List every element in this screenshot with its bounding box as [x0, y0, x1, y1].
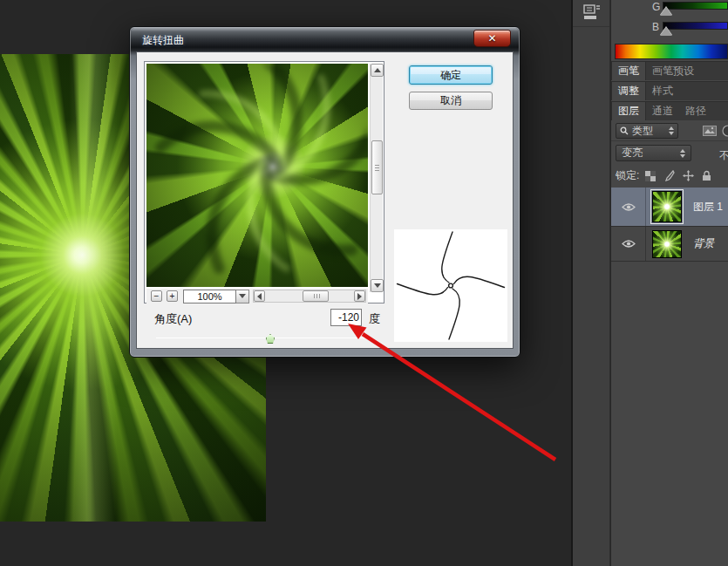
dialog-client-area: − + 100% 确定 取消 — [136, 51, 514, 349]
triangle-down-icon — [374, 283, 381, 288]
close-icon: ✕ — [487, 32, 496, 44]
color-slider-row-b: B — [611, 20, 728, 39]
blend-mode-value: 变亮 — [622, 146, 643, 160]
triangle-left-icon — [257, 293, 262, 300]
layer-filter-row: 类型 — [611, 121, 728, 140]
scroll-up-button[interactable] — [371, 64, 384, 77]
lock-transparency-icon[interactable] — [645, 171, 656, 181]
zoom-level-value: 100% — [183, 290, 236, 303]
angle-slider-thumb[interactable] — [266, 334, 275, 344]
zoom-level-combo[interactable]: 100% — [183, 290, 249, 303]
tab-row-adjustments: 调整 样式 — [611, 81, 728, 100]
vertical-scroll-thumb[interactable] — [371, 140, 383, 194]
angle-unit-label: 度 — [369, 311, 380, 327]
tab-styles[interactable]: 样式 — [646, 82, 679, 100]
twirl-filter-dialog: 旋转扭曲 ✕ — [129, 26, 520, 358]
filter-preview-frame: − + 100% — [144, 61, 384, 303]
layer-thumbnail[interactable] — [652, 230, 682, 258]
b-channel-slider[interactable] — [663, 22, 728, 30]
dialog-titlebar[interactable]: 旋转扭曲 ✕ — [131, 28, 519, 51]
g-slider-thumb[interactable] — [660, 7, 672, 16]
tab-paths[interactable]: 路径 — [679, 102, 712, 120]
angle-label: 角度(A) — [154, 311, 192, 327]
layer-name[interactable]: 图层 1 — [693, 200, 723, 215]
photoshop-workspace: G B 画笔 画笔预设 调整 样式 图层 通道 路径 — [0, 0, 728, 566]
collapsed-panel-button[interactable] — [573, 0, 609, 27]
color-spectrum-ramp[interactable] — [615, 44, 728, 59]
layer-filter-type-label: 类型 — [632, 124, 653, 139]
tab-brush-presets[interactable]: 画笔预设 — [646, 62, 700, 80]
zoom-dropdown-button[interactable] — [236, 290, 249, 303]
b-slider-thumb[interactable] — [660, 27, 672, 36]
lock-label: 锁定: — [616, 168, 639, 183]
twirl-wireframe-curves — [394, 229, 507, 342]
zoom-in-button[interactable]: + — [167, 290, 178, 302]
opacity-label-clipped: 不 — [719, 148, 728, 163]
angle-slider[interactable] — [156, 333, 372, 344]
collapsed-panel-dock — [571, 0, 610, 566]
tab-adjustments[interactable]: 调整 — [611, 82, 646, 100]
tab-layers[interactable]: 图层 — [611, 102, 646, 120]
tab-row-brush: 画笔 画笔预设 — [611, 61, 728, 80]
eye-icon — [622, 202, 636, 212]
layer-row-background[interactable]: 背景 — [611, 227, 728, 262]
preview-horizontal-scrollbar[interactable] — [253, 290, 366, 303]
triangle-down-icon — [239, 294, 246, 298]
angle-slider-track[interactable] — [156, 338, 372, 338]
color-slider-row-g: G — [611, 0, 728, 19]
b-channel-label: B — [652, 21, 659, 33]
panel-dock-icon — [582, 4, 601, 22]
lock-pixels-brush-icon[interactable] — [663, 170, 675, 181]
tab-row-layers: 图层 通道 路径 — [611, 101, 728, 120]
preview-vertical-scrollbar[interactable] — [370, 64, 383, 292]
preview-vignette — [146, 64, 368, 287]
triangle-right-icon — [357, 293, 362, 300]
chevron-updown-icon — [669, 126, 674, 135]
zoom-out-button[interactable]: − — [151, 290, 162, 302]
search-icon — [620, 126, 629, 135]
layer-lock-row: 锁定: — [611, 164, 728, 188]
angle-input[interactable] — [330, 309, 362, 326]
preview-zoom-controls: − + 100% — [146, 289, 368, 303]
chevron-updown-icon — [680, 149, 685, 158]
blend-mode-row: 变亮 不 — [611, 140, 728, 164]
close-button[interactable]: ✕ — [473, 30, 511, 47]
g-channel-slider[interactable] — [663, 2, 728, 10]
cancel-button[interactable]: 取消 — [409, 92, 493, 110]
scroll-down-button[interactable] — [371, 279, 384, 292]
filter-preview-image[interactable] — [146, 64, 368, 287]
triangle-up-icon — [374, 68, 381, 72]
g-channel-label: G — [652, 1, 660, 13]
ok-button[interactable]: 确定 — [409, 65, 493, 85]
tab-channels[interactable]: 通道 — [646, 102, 679, 120]
filter-adjustment-icon[interactable] — [722, 125, 728, 137]
tab-brush[interactable]: 画笔 — [611, 62, 646, 80]
scroll-left-button[interactable] — [254, 290, 265, 302]
lock-all-icon[interactable] — [702, 170, 711, 181]
twirl-wireframe-preview — [394, 229, 507, 342]
visibility-toggle[interactable] — [611, 227, 646, 261]
layer-filter-type-dropdown[interactable]: 类型 — [616, 123, 678, 139]
scroll-right-button[interactable] — [354, 290, 365, 302]
layer-name[interactable]: 背景 — [693, 236, 714, 251]
lock-position-move-icon[interactable] — [683, 170, 694, 181]
layer-thumbnail[interactable] — [652, 191, 682, 222]
visibility-toggle[interactable] — [611, 188, 646, 226]
blend-mode-dropdown[interactable]: 变亮 — [616, 145, 691, 161]
horizontal-scroll-thumb[interactable] — [303, 290, 329, 302]
eye-icon — [622, 239, 636, 249]
layer-row-layer1[interactable]: 图层 1 — [611, 188, 728, 227]
right-panel-column: G B 画笔 画笔预设 调整 样式 图层 通道 路径 — [611, 0, 728, 566]
dialog-title: 旋转扭曲 — [142, 33, 184, 48]
filter-image-icon[interactable] — [703, 126, 717, 136]
